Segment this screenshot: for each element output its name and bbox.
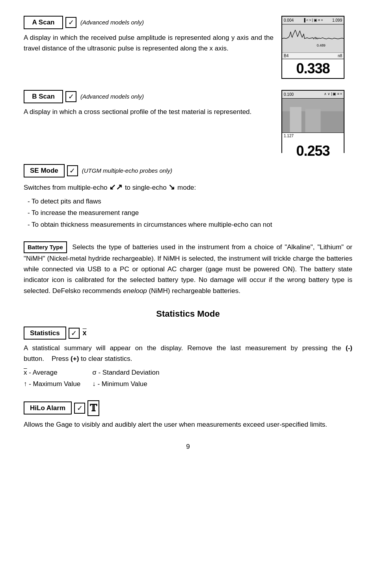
ascan-icons: ▐ < > | ▣ ≡ × — [303, 18, 323, 23]
battery-section: Battery Type Selects the type of batteri… — [24, 241, 352, 296]
bscan-device: 0.100 ∧ ∨ | ▣ ≡ × 1.127 0.253 — [281, 90, 344, 153]
stats-minus-button: (-) — [346, 344, 352, 352]
statistics-section: Statistics ✓ x A statistical summary wil… — [24, 327, 352, 389]
statistics-mode-title-container: Statistics Mode — [24, 307, 352, 320]
ascan-device-image: 0.004 ▐ < > | ▣ ≡ × 1.099 0 — [281, 16, 352, 79]
ascan-right-label: n8 — [338, 53, 342, 59]
bscan-check: ✓ — [65, 91, 76, 102]
ascan-device: 0.004 ▐ < > | ▣ ≡ × 1.099 0 — [281, 16, 344, 79]
bscan-big-number: 0.253 — [282, 139, 344, 163]
icon-gt: > — [309, 18, 311, 23]
svg-rect-4 — [290, 107, 302, 132]
statistics-check: ✓ — [69, 328, 80, 339]
bscan-note: (Advanced models only) — [80, 92, 144, 101]
bscan-content — [282, 99, 344, 133]
hilo-icon: 𝕋 — [87, 400, 99, 416]
stats-item-average: x - Average — [24, 368, 80, 378]
bscan-top-left-val: 0.100 — [284, 91, 294, 97]
semode-header: SE Mode ✓ (UTGM multiple-echo probes onl… — [24, 164, 352, 177]
semode-arrow2: ↘ — [168, 183, 177, 191]
bscan-top-bar: 0.100 ∧ ∨ | ▣ ≡ × — [282, 91, 344, 99]
svg-rect-5 — [305, 109, 321, 133]
page-number: 9 — [24, 442, 352, 452]
statistics-header: Statistics ✓ x — [24, 327, 352, 340]
ascan-header: A Scan ✓ (Advanced models only) — [24, 16, 274, 29]
semode-check: ✓ — [67, 165, 78, 176]
bscan-text: B Scan ✓ (Advanced models only) A displa… — [24, 90, 274, 117]
stats-col-left: x - Average ↑ - Maximum Value — [24, 368, 80, 389]
ascan-top-right-value: 1.099 — [332, 17, 342, 23]
stats-stddev-label: - Standard Deviation — [98, 369, 159, 376]
ascan-description: A display in which the received pulse am… — [24, 32, 274, 54]
arrow-up-icon: ↑ — [24, 380, 27, 388]
icon-lines2: ≡ — [337, 91, 339, 97]
icon-bar: ▐ — [303, 18, 305, 23]
xbar-icon: x — [83, 328, 87, 338]
statistics-description: A statistical summary will appear on the… — [24, 343, 352, 364]
icon-sep2: | — [331, 91, 332, 97]
hilo-check: ✓ — [74, 403, 85, 414]
stats-item-stddev: σ - Standard Deviation — [92, 368, 159, 378]
semode-bullets: - To detect pits and flaws - To increase… — [28, 196, 352, 231]
semode-note: (UTGM multiple-echo probes only) — [82, 166, 172, 175]
ascan-left-label: B4 — [284, 53, 289, 59]
bscan-bottom: 1.127 0.253 — [282, 133, 344, 163]
stats-desc-part2: button. Press — [24, 355, 71, 362]
ascan-big-number: 0.338 — [282, 59, 344, 78]
icon-x2: × — [340, 91, 342, 97]
stats-average-label: - Average — [29, 369, 57, 376]
ascan-top-bar: 0.004 ▐ < > | ▣ ≡ × 1.099 — [282, 17, 344, 24]
hilo-section: HiLo Alarm ✓ 𝕋 Allows the Gage to visibl… — [24, 400, 352, 430]
stats-desc-part3: to clear statistics. — [81, 355, 132, 362]
eneloop-text: eneloop — [123, 287, 147, 295]
ascan-axis-labels: B4 n8 — [282, 52, 344, 59]
stats-max-label: - Maximum Value — [29, 380, 80, 388]
bscan-label: B Scan — [24, 90, 63, 103]
semode-end: mode: — [177, 184, 196, 191]
stats-col-right: σ - Standard Deviation ↓ - Minimum Value — [92, 368, 159, 389]
statistics-label: Statistics — [24, 327, 66, 340]
ascan-text: A Scan ✓ (Advanced models only) A displa… — [24, 16, 274, 54]
stats-desc-part1: A statistical summary will appear on the… — [24, 344, 346, 352]
bscan-header: B Scan ✓ (Advanced models only) — [24, 90, 274, 103]
statistics-mode-title: Statistics Mode — [24, 307, 352, 320]
semode-description: Switches from multiple-echo ↙↗ to single… — [24, 181, 352, 193]
bscan-bottom-label: 1.127 — [282, 133, 344, 139]
semode-bullet-1: - To detect pits and flaws — [28, 196, 352, 207]
xbar-symbol-left: x — [24, 369, 27, 376]
ascan-check: ✓ — [65, 17, 76, 28]
icon-box2: ▣ — [333, 91, 336, 97]
battery-description: Battery Type Selects the type of batteri… — [24, 241, 352, 296]
icon-lines: ≡ — [318, 18, 320, 23]
statistics-items-list: x - Average ↑ - Maximum Value σ - Standa… — [24, 368, 352, 389]
sigma-symbol: σ — [92, 369, 97, 376]
stats-item-min: ↓ - Minimum Value — [92, 379, 159, 389]
svg-text:0.489: 0.489 — [317, 43, 326, 47]
semode-intro: Switches from multiple-echo — [24, 184, 108, 191]
stats-min-label: - Minimum Value — [97, 380, 147, 388]
bscan-device-image: 0.100 ∧ ∨ | ▣ ≡ × 1.127 0.253 — [281, 90, 352, 153]
bscan-section: B Scan ✓ (Advanced models only) A displa… — [24, 90, 352, 153]
semode-arrow1: ↙↗ — [109, 183, 125, 191]
ascan-bottom: 0.338 — [282, 59, 344, 78]
ascan-waveform-svg: 0.489 — [282, 24, 344, 52]
battery-label: Battery Type — [24, 241, 67, 253]
ascan-top-left-value: 0.004 — [284, 17, 294, 23]
bscan-svg — [282, 99, 344, 133]
semode-label: SE Mode — [24, 164, 65, 177]
stats-plus-button: (+) — [71, 355, 79, 362]
ascan-section: A Scan ✓ (Advanced models only) A displa… — [24, 16, 352, 79]
arrow-down-icon: ↓ — [92, 380, 96, 388]
semode-middle: to single-echo — [125, 184, 167, 191]
icon-x: × — [321, 18, 323, 23]
svg-rect-0 — [282, 24, 344, 52]
stats-item-max: ↑ - Maximum Value — [24, 379, 80, 389]
icon-box1: ▣ — [314, 18, 317, 23]
icon-check2: ∨ — [328, 91, 330, 97]
hilo-description: Allows the Gage to visibly and audibly a… — [24, 419, 352, 430]
ascan-waveform: 0.489 — [282, 24, 344, 52]
hilo-label: HiLo Alarm — [24, 401, 72, 415]
icon-sep: | — [312, 18, 313, 23]
semode-bullet-3: - To obtain thickness measurements in ci… — [28, 219, 352, 231]
icon-arrow-up: ∧ — [324, 91, 327, 97]
